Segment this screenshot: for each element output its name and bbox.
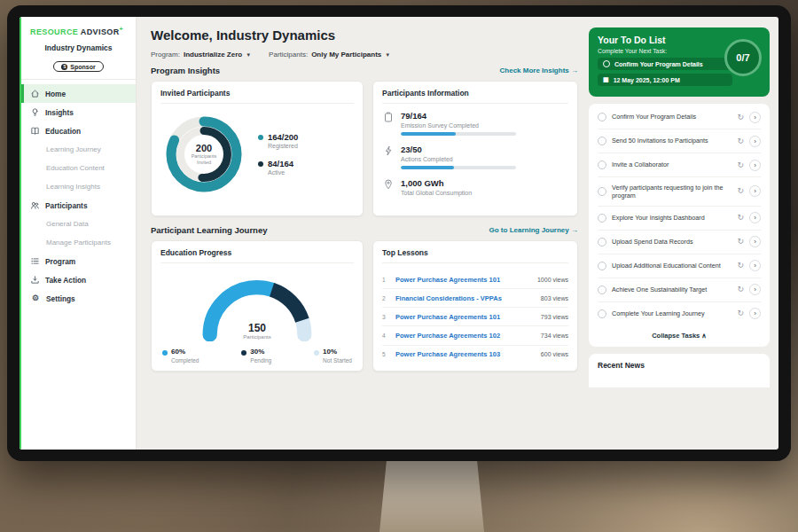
lesson-row: 1 Power Purchase Agreements 101 1000 vie… bbox=[382, 270, 568, 289]
next-task-chip[interactable]: Confirm Your Program Details bbox=[598, 58, 732, 70]
org-section: Industry Dynamics S Sponsor bbox=[21, 41, 136, 80]
refresh-icon[interactable]: ↻ bbox=[737, 262, 744, 270]
program-filter-label: Program: bbox=[151, 51, 180, 59]
task-checkbox[interactable] bbox=[598, 238, 606, 246]
sidebar-item-learning-insights[interactable]: Learning Insights bbox=[21, 177, 136, 196]
task-checkbox[interactable] bbox=[598, 262, 606, 270]
participants-filter-value: Only My Participants bbox=[311, 51, 381, 59]
task-label: Explore Your Insights Dashboard bbox=[612, 214, 732, 222]
chevron-right-icon[interactable]: › bbox=[749, 160, 761, 171]
lesson-link[interactable]: Financial Considerations - VPPAs bbox=[395, 294, 535, 302]
sidebar-item-learning-journey[interactable]: Learning Journey bbox=[21, 140, 136, 159]
stat-value: 79/164 bbox=[401, 111, 516, 121]
task-label: Complete Your Learning Journey bbox=[612, 309, 732, 317]
task-checkbox[interactable] bbox=[598, 160, 606, 169]
collapse-tasks-button[interactable]: Collapse Tasks ∧ bbox=[598, 325, 761, 345]
sidebar-item-program[interactable]: Program bbox=[21, 252, 136, 270]
lesson-link[interactable]: Power Purchase Agreements 103 bbox=[395, 350, 535, 358]
calendar-icon: ▦ bbox=[603, 76, 609, 83]
legend-label: Registered bbox=[268, 143, 298, 149]
legend-value: 10% bbox=[323, 348, 352, 356]
refresh-icon[interactable]: ↻ bbox=[737, 161, 744, 169]
task-checkbox[interactable] bbox=[598, 286, 606, 294]
chevron-right-icon[interactable]: › bbox=[749, 284, 761, 295]
stat-label: Emission Survey Completed bbox=[401, 122, 516, 129]
legend-label: Active bbox=[268, 169, 293, 176]
todo-task[interactable]: Verify participants requesting to join t… bbox=[598, 177, 761, 207]
sidebar-item-label: Program bbox=[45, 257, 75, 266]
task-checkbox[interactable] bbox=[598, 113, 606, 121]
card-title: Education Progress bbox=[160, 248, 354, 263]
refresh-icon[interactable]: ↻ bbox=[737, 214, 744, 222]
logo-advisor: ADVISOR bbox=[81, 27, 120, 36]
next-task-label: Confirm Your Program Details bbox=[614, 61, 703, 67]
refresh-icon[interactable]: ↻ bbox=[737, 238, 744, 246]
todo-task[interactable]: Explore Your Insights Dashboard ↻ › bbox=[598, 207, 761, 231]
task-checkbox[interactable] bbox=[598, 214, 606, 223]
refresh-icon[interactable]: ↻ bbox=[737, 137, 744, 145]
sidebar-item-participants[interactable]: Participants bbox=[21, 196, 136, 215]
sidebar-item-label: Learning Insights bbox=[46, 183, 100, 191]
sidebar-item-take-action[interactable]: Take Action bbox=[21, 270, 136, 289]
sidebar-item-education[interactable]: Education bbox=[21, 121, 136, 140]
lesson-views: 600 views bbox=[541, 351, 568, 357]
todo-task[interactable]: Send 50 Invitations to Participants ↻ › bbox=[598, 129, 761, 153]
chevron-right-icon[interactable]: › bbox=[749, 136, 761, 147]
todo-task[interactable]: Complete Your Learning Journey ↻ › bbox=[598, 302, 761, 325]
legend-value: 60% bbox=[171, 348, 199, 356]
chevron-right-icon[interactable]: › bbox=[749, 112, 761, 123]
go-to-learning-journey-link[interactable]: Go to Learning Journey → bbox=[489, 226, 578, 234]
task-checkbox[interactable] bbox=[598, 309, 606, 318]
app-logo: RESOURCE ADVISOR+ bbox=[21, 24, 136, 41]
dashboard-screen: RESOURCE ADVISOR+ Industry Dynamics S Sp… bbox=[20, 17, 778, 450]
task-label: Upload Additional Educational Content bbox=[612, 262, 732, 270]
lesson-row: 2 Financial Considerations - VPPAs 803 v… bbox=[382, 289, 568, 308]
gear-icon: ⚙ bbox=[30, 294, 41, 302]
lesson-link[interactable]: Power Purchase Agreements 101 bbox=[395, 313, 535, 321]
task-label: Confirm Your Program Details bbox=[612, 113, 732, 121]
clipboard-icon bbox=[382, 111, 394, 124]
refresh-icon[interactable]: ↻ bbox=[737, 309, 744, 317]
sidebar-item-home[interactable]: Home bbox=[21, 84, 136, 103]
lesson-link[interactable]: Power Purchase Agreements 102 bbox=[395, 332, 535, 340]
lesson-rank: 3 bbox=[382, 314, 389, 320]
task-checkbox[interactable] bbox=[598, 187, 606, 196]
todo-header-card: Your To Do List Complete Your Next Task:… bbox=[589, 27, 770, 97]
chevron-down-icon: ▼ bbox=[246, 52, 251, 58]
lesson-rank: 2 bbox=[382, 295, 389, 301]
sidebar-item-insights[interactable]: Insights bbox=[21, 103, 136, 121]
logo-plus: + bbox=[120, 26, 124, 32]
todo-task[interactable]: Achieve One Sustainability Target ↻ › bbox=[598, 278, 761, 302]
chevron-right-icon[interactable]: › bbox=[749, 185, 761, 197]
refresh-icon[interactable]: ↻ bbox=[737, 187, 744, 195]
legend-dot bbox=[258, 161, 263, 167]
lesson-link[interactable]: Power Purchase Agreements 101 bbox=[395, 276, 531, 284]
refresh-icon[interactable]: ↻ bbox=[737, 286, 744, 293]
legend-dot bbox=[258, 135, 263, 140]
task-checkbox[interactable] bbox=[598, 137, 606, 145]
check-more-insights-link[interactable]: Check More Insights → bbox=[500, 66, 578, 74]
chevron-right-icon[interactable]: › bbox=[749, 260, 761, 271]
sidebar-item-education-content[interactable]: Education Content bbox=[21, 159, 136, 177]
sidebar-item-manage-participants[interactable]: Manage Participants bbox=[21, 233, 136, 252]
program-filter[interactable]: Program: Industrialize Zero ▼ bbox=[151, 51, 251, 59]
chevron-right-icon[interactable]: › bbox=[749, 212, 761, 223]
lesson-views: 803 views bbox=[541, 295, 568, 301]
todo-task[interactable]: Upload Spend Data Records ↻ › bbox=[598, 231, 761, 254]
sidebar-item-settings[interactable]: ⚙ Settings bbox=[21, 289, 136, 308]
chevron-right-icon[interactable]: › bbox=[749, 308, 761, 319]
todo-task[interactable]: Confirm Your Program Details ↻ › bbox=[598, 106, 761, 129]
download-icon bbox=[30, 275, 40, 285]
sidebar-nav: Home Insights Education Learning Journey… bbox=[21, 80, 136, 312]
sidebar-item-general-data[interactable]: General Data bbox=[21, 215, 136, 233]
logo-resource: RESOURCE bbox=[30, 27, 78, 36]
todo-task[interactable]: Invite a Collaborator ↻ › bbox=[598, 153, 761, 177]
todo-task[interactable]: Upload Additional Educational Content ↻ … bbox=[598, 254, 761, 278]
chevron-right-icon[interactable]: › bbox=[749, 236, 761, 247]
gauge-center-label: Participants bbox=[191, 334, 324, 340]
refresh-icon[interactable]: ↻ bbox=[737, 113, 744, 121]
legend-label: Completed bbox=[171, 357, 199, 364]
sponsor-badge[interactable]: S Sponsor bbox=[53, 61, 103, 72]
participants-filter[interactable]: Participants: Only My Participants ▼ bbox=[269, 51, 390, 59]
task-checkbox[interactable] bbox=[603, 60, 610, 67]
